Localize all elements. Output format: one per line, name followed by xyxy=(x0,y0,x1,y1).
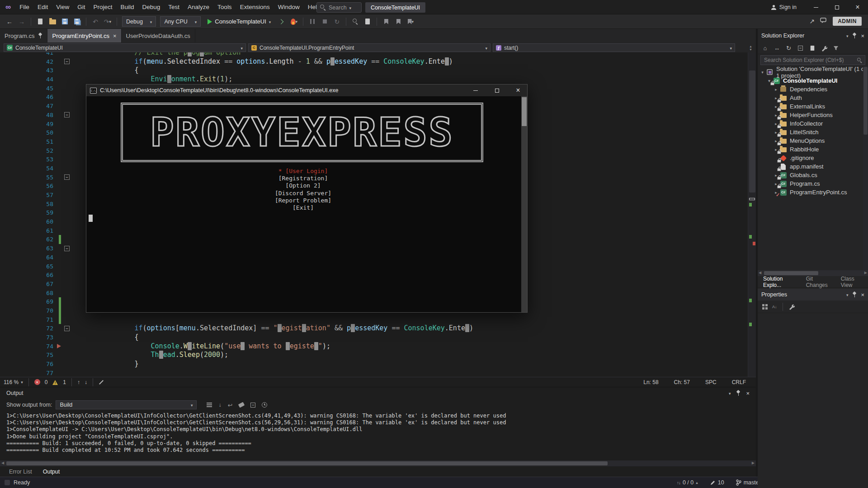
tree-item-app-manifest[interactable]: app.manifest xyxy=(758,162,868,171)
panel-tab-error-list[interactable]: Error List xyxy=(5,469,37,475)
properties-icon[interactable] xyxy=(820,44,828,52)
alphabetical-icon[interactable] xyxy=(772,305,777,309)
code-line-76[interactable]: 76 } xyxy=(0,360,748,369)
close-icon[interactable] xyxy=(113,33,117,39)
console-close-button[interactable] xyxy=(509,84,527,96)
menubar-item-build[interactable]: Build xyxy=(116,0,138,14)
solution-name-chip[interactable]: ConsoleTemplateUI xyxy=(365,2,425,13)
sync-with-active-document-icon[interactable]: ↔ xyxy=(773,44,781,52)
type-dropdown[interactable]: ConsoleTemplateUI.ProgramEntryPoint xyxy=(248,43,491,52)
pin-icon[interactable] xyxy=(852,33,857,39)
pin-icon[interactable] xyxy=(38,33,42,39)
zoom-dropdown[interactable]: 116 % xyxy=(4,379,23,385)
tree-item-auth[interactable]: ▸Auth xyxy=(758,94,868,102)
output-line[interactable]: 1>Done building project "ConsoleTemplate… xyxy=(6,433,756,440)
home-icon[interactable]: ⌂ xyxy=(761,44,769,52)
doc-tab-program-cs[interactable]: Program.cs xyxy=(0,29,47,42)
user-avatar[interactable]: ADMIN xyxy=(833,17,862,26)
pin-icon[interactable] xyxy=(852,291,857,298)
tree-item-externallinks[interactable]: ▸ExternalLinks xyxy=(758,102,868,111)
menubar-item-file[interactable]: File xyxy=(15,0,33,14)
scrollbar-thumb[interactable] xyxy=(749,70,755,192)
scroll-left-icon[interactable]: ◀ xyxy=(759,271,761,275)
code-line-43[interactable]: 43 { xyxy=(0,66,748,75)
close-icon[interactable] xyxy=(861,291,864,298)
save-icon[interactable] xyxy=(61,17,69,26)
collapse-all-icon[interactable] xyxy=(250,403,255,408)
tree-expander-icon[interactable]: ▸ xyxy=(773,87,779,92)
line-operations-indicator[interactable]: ↑↓ 0 / 0 ▴ xyxy=(677,479,698,486)
code-line-41[interactable]: 41 // Exit the program option xyxy=(0,52,748,57)
navbar-scroll-arrows[interactable]: ▲▼ xyxy=(749,45,752,51)
goto-next-message-icon[interactable]: ↓ xyxy=(218,402,221,408)
platform-dropdown[interactable]: Any CPU xyxy=(160,16,201,27)
search-box[interactable]: Search xyxy=(316,2,362,13)
output-line[interactable]: ========== Build completed at 10:52 PM a… xyxy=(6,447,756,454)
output-line[interactable]: 1>C:\Users\User\Desktop\ConsoleTemplateU… xyxy=(6,419,756,426)
find-in-files-icon[interactable] xyxy=(351,17,359,26)
tree-item-littelsnitch[interactable]: ▸LittelSnitch xyxy=(758,128,868,136)
previous-bookmark-icon[interactable] xyxy=(382,17,390,26)
fold-toggle-icon[interactable]: − xyxy=(64,59,70,64)
output-line[interactable]: 1>ConsoleTemplateUI -> C:\Users\User\Des… xyxy=(6,426,756,433)
console-titlebar[interactable]: C:\Users\User\Desktop\ConsoleTemplateUI\… xyxy=(86,84,527,96)
timestamp-icon[interactable] xyxy=(262,402,267,408)
filter-icon[interactable] xyxy=(832,44,840,52)
panel-tab-class-view[interactable]: Class View xyxy=(837,276,868,288)
bookmark-icon[interactable] xyxy=(394,17,402,26)
close-icon[interactable] xyxy=(861,33,864,39)
save-all-icon[interactable] xyxy=(73,17,81,26)
output-source-dropdown[interactable]: Build xyxy=(56,400,197,409)
tracepoint-marker[interactable] xyxy=(57,344,61,348)
panel-tab-solution-explo[interactable]: Solution Explo... xyxy=(760,276,802,288)
code-cleanup-icon[interactable] xyxy=(99,380,104,385)
scroll-left-icon[interactable]: ◀ xyxy=(1,461,4,465)
code-line-71[interactable]: 71 xyxy=(0,315,748,324)
restart-icon[interactable]: ↻ xyxy=(333,17,341,26)
scroll-right-icon[interactable]: ▶ xyxy=(864,271,867,275)
property-pages-icon[interactable] xyxy=(788,304,795,310)
tree-item-program-cs[interactable]: ▸Program.cs xyxy=(758,179,868,188)
break-all-icon[interactable] xyxy=(308,17,316,26)
menubar-item-extensions[interactable]: Extensions xyxy=(236,0,274,14)
menubar-item-window[interactable]: Window xyxy=(274,0,304,14)
background-tasks-icon[interactable] xyxy=(5,480,10,485)
code-line-77[interactable]: 77 xyxy=(0,369,748,377)
live-share-icon[interactable]: ↗ xyxy=(809,18,815,25)
console-output[interactable]: PROXYEXPRESS * [User Login][Registration… xyxy=(86,96,527,312)
output-line[interactable]: 1>C:\Users\User\Desktop\ConsoleTemplateU… xyxy=(6,413,756,419)
line-ending-indicator[interactable]: CRLF xyxy=(732,379,746,385)
tree-expander-icon[interactable]: ▾ xyxy=(760,70,765,75)
code-line-73[interactable]: 73 { xyxy=(0,333,748,342)
messages-icon[interactable] xyxy=(207,403,212,404)
hot-reload-icon[interactable] xyxy=(290,17,298,26)
menubar-item-edit[interactable]: Edit xyxy=(33,0,52,14)
solution-explorer-search-input[interactable] xyxy=(760,55,865,65)
panel-tab-output[interactable]: Output xyxy=(38,469,65,475)
solution-explorer-header[interactable]: Solution Explorer xyxy=(758,29,868,42)
tree-item-programentrypoint-cs[interactable]: ▸ProgramEntryPoint.cs xyxy=(758,188,868,197)
code-line-72[interactable]: 72− if(options[menu.SelectedIndex] == "R… xyxy=(0,324,748,333)
scrollbar-thumb[interactable] xyxy=(6,461,608,465)
word-wrap-icon[interactable]: ↩ xyxy=(228,402,232,408)
next-bookmark-icon[interactable] xyxy=(406,17,415,26)
chevron-down-icon[interactable] xyxy=(729,390,731,396)
output-log[interactable]: 1>C:\Users\User\Desktop\ConsoleTemplateU… xyxy=(0,411,756,460)
previous-issue-icon[interactable]: ↑ xyxy=(77,379,80,385)
tree-item-solution-consoletemplateui-1-of-1-project[interactable]: ▾Solution 'ConsoleTemplateUI' (1 of 1 pr… xyxy=(758,68,868,76)
output-horizontal-scrollbar[interactable]: ◀ ▶ xyxy=(0,460,756,466)
tree-item-gitignore[interactable]: .gitignore xyxy=(758,154,868,162)
menubar-item-analyze[interactable]: Analyze xyxy=(184,0,213,14)
pending-edits-indicator[interactable]: 10 xyxy=(710,479,724,486)
tree-item-helperfunctions[interactable]: ▸HelperFunctions xyxy=(758,111,868,119)
solution-tree-horizontal-scrollbar[interactable]: ◀ ▶ xyxy=(758,270,868,276)
start-debugging-button[interactable]: ConsoleTemplateUI xyxy=(205,16,274,27)
new-file-icon[interactable] xyxy=(36,17,44,26)
categorized-icon[interactable] xyxy=(762,304,768,310)
line-indicator[interactable]: Ln: 58 xyxy=(643,379,658,385)
close-icon[interactable] xyxy=(746,390,750,397)
refresh-icon[interactable]: ↻ xyxy=(785,44,793,52)
pin-icon[interactable] xyxy=(736,390,741,396)
fold-toggle-icon[interactable]: − xyxy=(64,174,70,180)
chevron-down-icon[interactable] xyxy=(846,291,849,298)
